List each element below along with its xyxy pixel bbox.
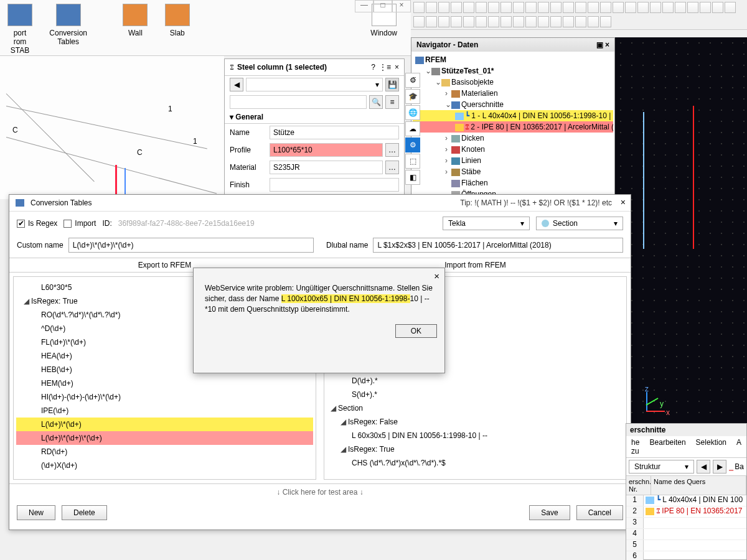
list-item[interactable]: HEM(\d+) bbox=[16, 376, 313, 390]
search-icon[interactable]: 🔍 bbox=[369, 95, 383, 109]
toolbar-button[interactable] bbox=[588, 2, 599, 13]
toolbar-button[interactable] bbox=[513, 2, 524, 13]
list-item[interactable]: HI(\d+)-(\d+)-(\d+)\*(\d+) bbox=[16, 390, 313, 404]
list-item-highlight[interactable]: L(\d+)\*(\d+) bbox=[16, 418, 313, 431]
toolbar-button[interactable] bbox=[476, 16, 487, 27]
close-icon[interactable]: × bbox=[434, 271, 439, 281]
sidebar-opt[interactable]: ◧ bbox=[405, 170, 420, 185]
test-area-toggle[interactable]: ↓ Click here for test area ↓ bbox=[9, 484, 631, 500]
table-row[interactable]: 1┗ L 40x40x4 | DIN EN 100 bbox=[626, 495, 746, 506]
tab[interactable]: Selektion bbox=[691, 436, 731, 457]
toolbar-button[interactable] bbox=[662, 2, 674, 13]
toolbar-button[interactable] bbox=[500, 2, 512, 13]
ribbon-conversion-tables[interactable]: Conversion Tables bbox=[42, 0, 95, 50]
sidebar-opt[interactable]: ⬚ bbox=[405, 154, 420, 169]
tab[interactable]: Bearbeiten bbox=[645, 436, 691, 457]
menu-icon[interactable]: ≡ bbox=[385, 95, 399, 109]
selection-dropdown[interactable]: ▾ bbox=[246, 78, 383, 91]
close-button[interactable]: × bbox=[392, 0, 411, 12]
sidebar-opt[interactable]: ☁ bbox=[405, 121, 420, 136]
filter-input[interactable] bbox=[230, 95, 367, 109]
sidebar-opt[interactable]: 🎓 bbox=[405, 89, 420, 104]
list-item[interactable]: D(\d+).* bbox=[327, 374, 624, 388]
toolbar-button[interactable] bbox=[550, 2, 561, 13]
table-row[interactable]: 4 bbox=[626, 529, 746, 540]
table-row[interactable]: 6 bbox=[626, 551, 746, 560]
toolbar-button[interactable] bbox=[476, 2, 487, 13]
toolbar-button[interactable] bbox=[650, 2, 661, 13]
toolbar-button[interactable] bbox=[525, 2, 537, 13]
custom-name-input[interactable] bbox=[68, 238, 314, 253]
toolbar-button[interactable] bbox=[413, 2, 425, 13]
tree-materials[interactable]: ›Materialien bbox=[413, 88, 613, 99]
toolbar-button[interactable] bbox=[687, 2, 698, 13]
list-item[interactable]: L 60x30x5 | DIN EN 10056-1:1998-10 | -- bbox=[327, 429, 624, 442]
sidebar-opt-active[interactable]: ⚙ bbox=[405, 138, 420, 152]
save-button[interactable]: Save bbox=[529, 505, 570, 520]
tekla-canvas[interactable]: C C 1 1 bbox=[0, 56, 224, 199]
toolbar-button[interactable] bbox=[600, 2, 611, 13]
finish-input[interactable] bbox=[270, 178, 399, 192]
new-button[interactable]: New bbox=[17, 505, 55, 520]
close-icon[interactable]: × bbox=[621, 197, 626, 207]
minimize-button[interactable]: — bbox=[355, 0, 374, 12]
general-header[interactable]: General bbox=[235, 113, 263, 121]
toolbar-button[interactable] bbox=[675, 2, 686, 13]
name-input[interactable] bbox=[270, 126, 399, 139]
close-icon[interactable]: × bbox=[395, 63, 399, 72]
maximize-button[interactable]: □ bbox=[374, 0, 392, 12]
toolbar-button[interactable] bbox=[463, 16, 474, 27]
save-icon[interactable]: 💾 bbox=[385, 78, 399, 91]
toolbar-button[interactable] bbox=[413, 16, 425, 27]
import-checkbox[interactable]: Import bbox=[63, 219, 96, 228]
table-row[interactable]: 3 bbox=[626, 518, 746, 529]
list-group[interactable]: ◢IsRegex: True bbox=[327, 442, 624, 456]
toolbar-button[interactable] bbox=[513, 16, 524, 27]
toolbar-button[interactable] bbox=[712, 2, 723, 13]
toolbar-button[interactable] bbox=[563, 16, 574, 27]
list-group[interactable]: ◢IsRegex: False bbox=[327, 415, 624, 429]
list-item[interactable]: RD(\d+) bbox=[16, 445, 313, 459]
tree-knoten[interactable]: ›Knoten bbox=[413, 144, 613, 155]
profile-browse-button[interactable]: … bbox=[385, 143, 399, 157]
toolbar-button[interactable] bbox=[637, 2, 649, 13]
list-icon[interactable]: ⋮≡ bbox=[379, 63, 391, 72]
struct-dropdown[interactable]: Struktur▾ bbox=[629, 460, 694, 474]
tree-model[interactable]: ⌄StützeTest_01* bbox=[413, 65, 613, 77]
tree-dicken[interactable]: ›Dicken bbox=[413, 133, 613, 144]
tree-sections[interactable]: ⌄Querschnitte bbox=[413, 99, 613, 110]
toolbar-button[interactable] bbox=[625, 2, 636, 13]
toolbar-button[interactable] bbox=[700, 2, 711, 13]
sidebar-opt[interactable]: 🌐 bbox=[405, 105, 420, 120]
list-item[interactable]: S(\d+).* bbox=[327, 388, 624, 401]
col-header[interactable]: Name des Quers bbox=[651, 476, 746, 495]
help-icon[interactable]: ? bbox=[371, 63, 375, 72]
toolbar-button[interactable] bbox=[525, 16, 537, 27]
list-item[interactable]: CHS (\d*\.?\d*)x(\d*\.?\d*).*$ bbox=[327, 456, 624, 470]
ribbon-slab[interactable]: Slab bbox=[157, 0, 197, 41]
list-group[interactable]: ◢Section bbox=[327, 401, 624, 415]
toolbar-button[interactable] bbox=[563, 2, 574, 13]
ribbon-wall[interactable]: Wall bbox=[115, 0, 155, 41]
toolbar-button[interactable] bbox=[451, 2, 462, 13]
toolbar-button[interactable] bbox=[538, 16, 549, 27]
delete-button[interactable]: Delete bbox=[62, 505, 107, 520]
dock-icon[interactable]: ▣ bbox=[596, 40, 603, 49]
tree-linien[interactable]: ›Linien bbox=[413, 155, 613, 166]
material-browse-button[interactable]: … bbox=[385, 161, 399, 174]
toolbar-button[interactable] bbox=[426, 2, 437, 13]
tab[interactable]: A bbox=[731, 436, 746, 457]
isregex-checkbox[interactable]: ✔Is Regex bbox=[17, 219, 57, 228]
tree-flaechen[interactable]: Flächen bbox=[413, 177, 613, 189]
table-row[interactable]: 5 bbox=[626, 540, 746, 551]
back-button[interactable]: ◀ bbox=[230, 78, 243, 91]
material-input[interactable] bbox=[270, 161, 383, 174]
tab[interactable]: he zu bbox=[626, 436, 645, 457]
toolbar-button[interactable] bbox=[575, 16, 586, 27]
category-dropdown[interactable]: Section▾ bbox=[536, 217, 623, 230]
toolbar-button[interactable] bbox=[575, 2, 586, 13]
nav-left-button[interactable]: ◀ bbox=[697, 460, 710, 474]
toolbar-button[interactable] bbox=[550, 16, 561, 27]
toolbar-button[interactable] bbox=[488, 16, 499, 27]
tree-section-2[interactable]: Ɪ 2 - IPE 80 | EN 10365:2017 | ArcelorMi… bbox=[413, 121, 613, 133]
